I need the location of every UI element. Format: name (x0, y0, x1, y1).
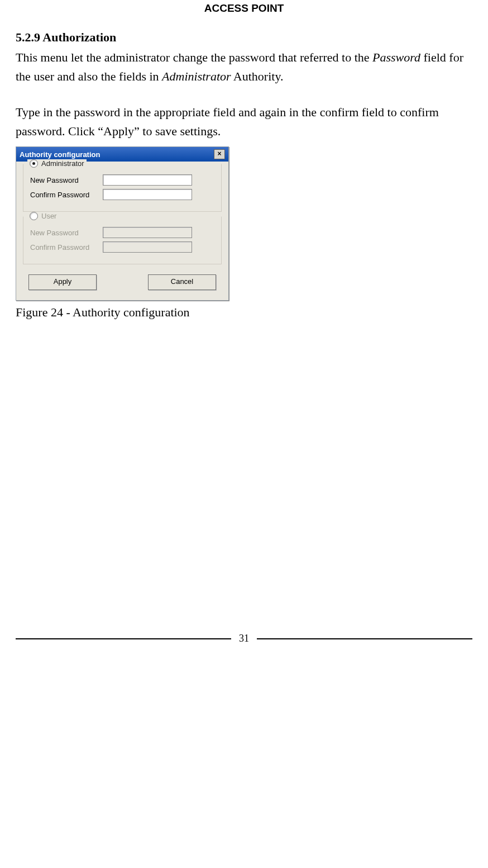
input-user-confirm-password (103, 241, 192, 253)
section-heading-authorization: 5.2.9 Authorization (16, 30, 472, 45)
radio-icon[interactable] (30, 212, 38, 220)
radio-label-administrator: Administrator (41, 159, 84, 168)
dialog-title-text: Authority configuration (20, 150, 100, 159)
label-user-confirm-password: Confirm Password (30, 243, 103, 252)
text: Type in the password in the appropriate … (16, 105, 439, 138)
input-admin-confirm-password[interactable] (103, 189, 192, 200)
divider (257, 638, 472, 639)
radio-icon[interactable] (30, 159, 38, 168)
text-italic-password: Password (372, 50, 420, 64)
text: to save settings. (140, 124, 221, 138)
input-user-new-password (103, 227, 192, 238)
radio-user[interactable]: User (27, 212, 59, 220)
label-user-new-password: New Password (30, 229, 103, 237)
page-footer: 31 (16, 633, 472, 654)
figure-caption: Figure 24 - Authority configuration (16, 305, 472, 320)
cancel-button[interactable]: Cancel (148, 274, 216, 290)
group-user: User New Password Confirm Password (23, 216, 222, 264)
divider (16, 638, 231, 639)
radio-label-user: User (41, 212, 56, 220)
label-admin-new-password: New Password (30, 176, 103, 184)
label-admin-confirm-password: Confirm Password (30, 191, 103, 199)
input-admin-new-password[interactable] (103, 174, 192, 186)
paragraph-1: This menu let the administrator change t… (16, 48, 472, 86)
apply-button[interactable]: Apply (28, 274, 97, 290)
paragraph-2: Type in the password in the appropriate … (16, 103, 472, 141)
authority-config-dialog: Authority configuration × Administrator … (16, 146, 229, 301)
group-administrator: Administrator New Password Confirm Passw… (23, 164, 222, 212)
text-italic-administrator: Administrator (162, 69, 231, 83)
page-number: 31 (239, 633, 249, 644)
text: Authority. (231, 69, 284, 83)
radio-administrator[interactable]: Administrator (27, 159, 87, 168)
close-icon[interactable]: × (214, 149, 225, 159)
page-header: ACCESS POINT (16, 0, 472, 19)
text-italic-apply: Apply” (103, 124, 140, 138)
text: This menu let the administrator change t… (16, 50, 372, 64)
